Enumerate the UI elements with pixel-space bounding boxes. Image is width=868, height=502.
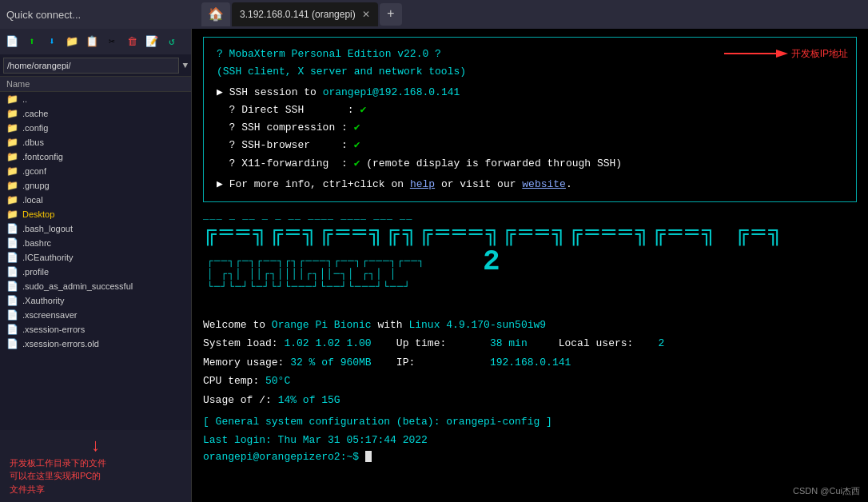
list-item[interactable]: 📁 .local — [0, 193, 191, 207]
file-icon: 📄 — [6, 266, 19, 277]
session-tab-label: 3.192.168.0.141 (orangepi) — [240, 9, 356, 20]
folder-icon: 📁 — [6, 151, 19, 162]
copy-icon[interactable]: 📋 — [83, 33, 101, 50]
file-icon: 📄 — [6, 281, 19, 292]
list-item[interactable]: 📄 .ICEauthority — [0, 250, 191, 265]
svg-text:2: 2 — [483, 249, 501, 278]
upload-icon[interactable]: ⬆ — [23, 33, 41, 50]
file-icon: 📄 — [6, 295, 19, 306]
welcome-line: Welcome to Orange Pi Bionic with Linux 4… — [203, 319, 857, 331]
annotation-text: 开发板工作目录下的文件 可以在这里实现和PC的 文件共享 — [10, 456, 181, 496]
path-input[interactable] — [3, 58, 179, 74]
name-column-header: Name — [6, 79, 30, 89]
down-arrow-icon: ↓ — [10, 436, 181, 456]
compression-line: ? SSH compression : ✔ — [217, 119, 843, 137]
folder-icon[interactable]: 📁 — [63, 33, 81, 50]
new-tab-button[interactable]: + — [380, 3, 402, 26]
list-item[interactable]: 📄 .Xauthority — [0, 293, 191, 308]
home-icon: 🏠 — [208, 6, 224, 22]
list-item[interactable]: 📁 Desktop — [0, 207, 191, 221]
main-layout: 📄 ⬆ ⬇ 📁 📋 ✂ 🗑 📝 ↺ ▼ Name 📁 .. 📁 — [0, 29, 868, 502]
info-line-2: (SSH client, X server and network tools) — [217, 63, 843, 81]
session-tab[interactable]: 3.192.168.0.141 (orangepi) ✕ — [232, 2, 378, 26]
system-info: System load: 1.02 1.02 1.00 Up time: 38 … — [203, 334, 857, 409]
direct-ssh-line: ? Direct SSH : ✔ — [217, 102, 843, 119]
file-icon: 📄 — [6, 237, 19, 249]
cut-icon[interactable]: ✂ — [103, 33, 121, 50]
list-item[interactable]: 📄 .bash_logout — [0, 221, 191, 236]
file-list[interactable]: 📁 .. 📁 .cache 📁 .config 📁 .dbus 📁 .fontc… — [0, 92, 191, 430]
svg-text:└─┘└─┘└─┘└┘└───┘└──┘└───┘└──┘: └─┘└─┘└─┘└┘└───┘└──┘└───┘└──┘ — [207, 281, 411, 293]
csdn-label: CSDN @Cui杰西 — [793, 485, 860, 497]
cursor — [365, 451, 372, 462]
list-item[interactable]: 📄 .bashrc — [0, 236, 191, 250]
folder-icon: 📁 — [6, 209, 19, 220]
more-info-line: ▶ For more info, ctrl+click on help or v… — [217, 176, 843, 193]
file-icon: 📄 — [6, 324, 19, 335]
ascii-art-container: ┌──┐┌─┐┌──┐┌┐┌───┐┌──┐┌───┐┌──┐ │ ┌┐│ ││… — [203, 249, 857, 313]
ascii-line-1: ___ _ __ _ _ __ ____ ____ ___ __ — [203, 210, 857, 221]
list-item[interactable]: 📄 .xsession-errors.old — [0, 337, 191, 351]
list-item[interactable]: 📁 .gnupg — [0, 178, 191, 193]
folder-icon: 📁 — [6, 94, 19, 105]
sysload-line: System load: 1.02 1.02 1.00 Up time: 38 … — [203, 334, 857, 353]
usage-line: Usage of /: 14% of 15G — [203, 391, 857, 409]
annotation-area: ↓ 开发板工作目录下的文件 可以在这里实现和PC的 文件共享 — [0, 430, 191, 503]
file-icon: 📄 — [6, 309, 19, 321]
config-line: [ General system configuration (beta): o… — [203, 416, 857, 428]
title-bar: Quick connect... 🏠 3.192.168.0.141 (oran… — [0, 0, 868, 29]
download-icon[interactable]: ⬇ — [43, 33, 61, 50]
folder-icon: 📁 — [6, 194, 19, 205]
list-item[interactable]: 📄 .xscreensaver — [0, 308, 191, 322]
ascii-line-2: ╔══╗╔═╗╔══╗╔╗╔═══╗╔══╗╔═══╗╔══╗ ╔═╗ — [203, 221, 857, 246]
svg-text:┌──┐┌─┐┌──┐┌┐┌───┐┌──┐┌───┐┌──: ┌──┐┌─┐┌──┐┌┐┌───┐┌──┐┌───┐┌──┐ — [207, 255, 425, 268]
list-item[interactable]: 📁 .fontconfig — [0, 149, 191, 164]
file-toolbar: 📄 ⬆ ⬇ 📁 📋 ✂ 🗑 📝 ↺ — [0, 29, 191, 54]
file-icon: 📄 — [6, 223, 19, 234]
edit-icon[interactable]: 📝 — [143, 33, 161, 50]
arrow-svg — [724, 46, 788, 62]
delete-icon[interactable]: 🗑 — [123, 33, 141, 50]
ssh-session-line: ▶ SSH session to orangepi@192.168.0.141 — [217, 84, 843, 102]
file-list-header: Name — [0, 77, 191, 92]
folder-icon: 📁 — [6, 122, 19, 133]
list-item[interactable]: 📄 .xsession-errors — [0, 322, 191, 337]
list-item[interactable]: 📁 .config — [0, 121, 191, 135]
cpu-temp-line: CPU temp: 50°C — [203, 372, 857, 390]
path-arrow[interactable]: ▼ — [182, 61, 188, 70]
svg-marker-1 — [776, 50, 788, 58]
list-item[interactable]: 📁 .cache — [0, 106, 191, 121]
ascii-art-svg: ┌──┐┌─┐┌──┐┌┐┌───┐┌──┐┌───┐┌──┐ │ ┌┐│ ││… — [203, 249, 699, 309]
terminal-panel[interactable]: 开发板IP地址 ? MobaXterm Personal Edition v22… — [192, 29, 868, 502]
quick-connect-label[interactable]: Quick connect... — [6, 9, 198, 21]
folder-icon: 📁 — [6, 108, 19, 119]
tabs-area: 🏠 3.192.168.0.141 (orangepi) ✕ + — [201, 2, 862, 26]
path-bar: ▼ — [0, 54, 191, 77]
ascii-art: ___ _ __ _ _ __ ____ ____ ___ __ ╔══╗╔═╗… — [203, 210, 857, 313]
folder-icon: 📁 — [6, 137, 19, 148]
ip-annotation-label: 开发板IP地址 — [791, 47, 848, 61]
list-item[interactable]: 📄 .profile — [0, 265, 191, 279]
folder-icon: 📁 — [6, 180, 19, 191]
left-panel: 📄 ⬆ ⬇ 📁 📋 ✂ 🗑 📝 ↺ ▼ Name 📁 .. 📁 — [0, 29, 192, 502]
close-tab-button[interactable]: ✕ — [362, 9, 370, 20]
home-tab[interactable]: 🏠 — [201, 2, 230, 26]
list-item[interactable]: 📁 .. — [0, 92, 191, 106]
refresh-icon[interactable]: ↺ — [163, 33, 181, 50]
file-icon: 📄 — [6, 338, 19, 349]
list-item[interactable]: 📄 .sudo_as_admin_successful — [0, 279, 191, 293]
new-file-icon[interactable]: 📄 — [3, 33, 21, 50]
file-icon: 📄 — [6, 252, 19, 263]
ssh-browser-line: ? SSH-browser : ✔ — [217, 137, 843, 154]
list-item[interactable]: 📁 .gconf — [0, 164, 191, 178]
folder-icon: 📁 — [6, 165, 19, 177]
last-login-line: Last login: Thu Mar 31 05:17:44 2022 — [203, 434, 857, 446]
list-item[interactable]: 📁 .dbus — [0, 135, 191, 149]
prompt-line: orangepi@orangepizero2:~$ — [203, 451, 857, 463]
ip-annotation: 开发板IP地址 — [724, 46, 848, 62]
memory-line: Memory usage: 32 % of 960MB IP: 192.168.… — [203, 353, 857, 372]
x11-line: ? X11-forwarding : ✔ (remote display is … — [217, 155, 843, 173]
info-box: 开发板IP地址 ? MobaXterm Personal Edition v22… — [203, 37, 857, 202]
svg-text:│ ┌┐│ ││┌┐││││┌┐││─┐│ ┌┐│ │: │ ┌┐│ ││┌┐││││┌┐││─┐│ ┌┐│ │ — [207, 268, 397, 281]
